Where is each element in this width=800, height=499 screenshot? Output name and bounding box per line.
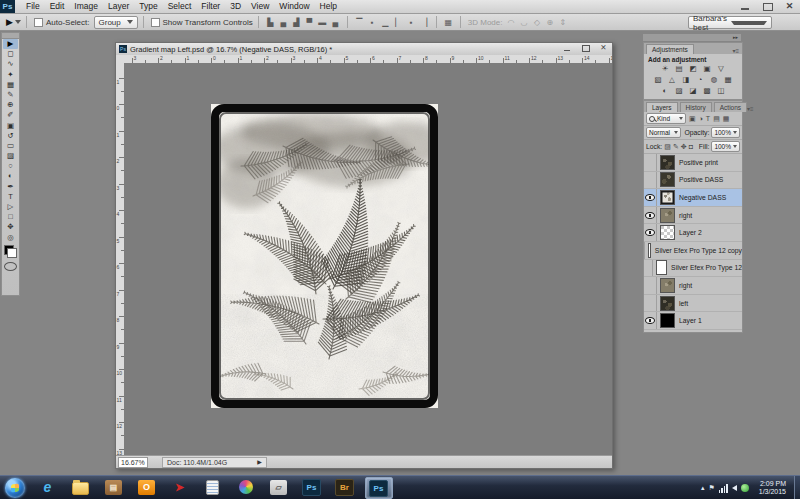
clone-stamp-tool[interactable]: ▣ — [3, 121, 18, 131]
tray-expand-icon[interactable]: ▴ — [701, 484, 705, 492]
taskbar-quicktime-arrow-app[interactable]: ➤ — [167, 477, 193, 497]
visibility-toggle[interactable] — [644, 224, 657, 241]
taskbar-office-app[interactable]: ▱ — [266, 477, 292, 497]
layer-thumbnail[interactable] — [660, 172, 675, 187]
vibrance-icon[interactable]: ▽ — [717, 64, 726, 73]
menu-file[interactable]: File — [21, 0, 45, 13]
move-tool-icon[interactable]: ▶ — [6, 17, 13, 27]
selective-color-icon[interactable]: ◫ — [717, 86, 726, 95]
layer-thumbnail[interactable] — [648, 243, 650, 258]
lock-all-icon[interactable]: ◘ — [689, 143, 693, 151]
threshold-icon[interactable]: ◪ — [689, 86, 698, 95]
layer-row[interactable]: Positive print — [644, 154, 742, 172]
canvas-area[interactable] — [124, 63, 612, 456]
type-tool[interactable]: T — [3, 192, 18, 202]
visibility-toggle[interactable] — [644, 207, 657, 224]
taskbar-internet-explorer[interactable]: e — [35, 477, 61, 497]
blur-tool[interactable]: ○ — [3, 161, 18, 171]
start-button[interactable] — [5, 478, 25, 498]
align-top-edges-icon[interactable]: ▀ — [305, 18, 314, 27]
3d-slide-icon[interactable]: ⊕ — [545, 18, 554, 27]
dodge-tool[interactable]: ◐ — [3, 171, 18, 181]
taskbar-color-wheel-app[interactable] — [233, 477, 259, 497]
panel-menu-icon[interactable]: ▾≡ — [732, 47, 742, 54]
posterize-icon[interactable]: ▨ — [675, 86, 684, 95]
menu-image[interactable]: Image — [69, 0, 103, 13]
align-right-edges-icon[interactable]: ▟ — [292, 18, 301, 27]
filter-pixel-layers-icon[interactable]: ▣ — [689, 115, 696, 123]
dock-collapse-bar[interactable]: ▸▸ — [643, 34, 741, 41]
layer-thumbnail[interactable] — [660, 313, 675, 328]
lock-position-icon[interactable]: ✥ — [681, 143, 687, 151]
black-white-icon[interactable]: ◨ — [682, 75, 691, 84]
layer-row[interactable]: Silver Efex Pro Type 12 copy — [644, 242, 742, 260]
group-select[interactable]: Group — [94, 16, 138, 29]
healing-brush-tool[interactable]: ⊕ — [3, 100, 18, 110]
filter-smart-objects-icon[interactable]: ▦ — [723, 115, 730, 123]
align-bottom-edges-icon[interactable]: ▄ — [331, 18, 340, 27]
filter-shape-layers-icon[interactable]: ▤ — [713, 115, 720, 123]
menu-select[interactable]: Select — [163, 0, 197, 13]
taskbar-photoshop[interactable]: Ps — [299, 477, 325, 497]
distribute-bottom-icon[interactable]: ▁ — [381, 18, 390, 27]
quick-mask-icon[interactable] — [4, 262, 17, 271]
taskbar-bridge[interactable]: Br — [332, 477, 358, 497]
rectangle-tool[interactable]: □ — [3, 212, 18, 222]
rectangular-marquee-tool[interactable]: ◻ — [3, 49, 18, 59]
taskbar-windows-explorer[interactable] — [68, 477, 94, 497]
network-icon[interactable] — [719, 484, 728, 493]
pen-tool[interactable]: ✒ — [3, 182, 18, 192]
visibility-toggle[interactable] — [644, 172, 657, 189]
layer-thumbnail[interactable] — [660, 278, 675, 293]
invert-icon[interactable]: ◐ — [661, 86, 670, 95]
lock-transparency-icon[interactable]: ▨ — [664, 143, 671, 151]
menu-filter[interactable]: Filter — [196, 0, 225, 13]
gradient-tool[interactable]: ▨ — [3, 151, 18, 161]
background-color-swatch[interactable] — [7, 248, 17, 258]
layer-row[interactable]: Positive DASS — [644, 172, 742, 190]
brightness-contrast-icon[interactable]: ☀ — [661, 64, 670, 73]
photo-filter-icon[interactable]: ◔ — [696, 75, 705, 84]
history-brush-tool[interactable]: ↺ — [3, 131, 18, 141]
zoom-level-field[interactable]: 16.67% — [118, 457, 148, 468]
tab-history[interactable]: History — [680, 102, 712, 112]
tab-adjustments[interactable]: Adjustments — [646, 44, 694, 54]
color-lookup-icon[interactable]: ▦ — [724, 75, 733, 84]
blend-mode-select[interactable]: Normal — [646, 127, 681, 138]
taskbar-outlook[interactable]: O — [134, 477, 160, 497]
layer-row[interactable]: right — [644, 277, 742, 295]
path-selection-tool[interactable]: ▷ — [3, 202, 18, 212]
visibility-toggle[interactable] — [644, 277, 657, 294]
layer-row[interactable]: Negative DASS — [644, 189, 742, 207]
menu-3d[interactable]: 3D — [225, 0, 246, 13]
align-left-edges-icon[interactable]: ▙ — [266, 18, 275, 27]
fill-field[interactable]: 100% — [711, 141, 740, 152]
3d-roll-icon[interactable]: ◡ — [519, 18, 528, 27]
3d-drag-icon[interactable]: ◇ — [532, 18, 541, 27]
show-transform-checkbox[interactable] — [151, 18, 160, 27]
auto-select-checkbox[interactable] — [34, 18, 43, 27]
layer-row[interactable]: left — [644, 295, 742, 313]
filter-kind-select[interactable]: Kind — [646, 113, 686, 124]
align-vertical-centers-icon[interactable]: ▬ — [318, 18, 327, 27]
taskbar-notepad[interactable] — [200, 477, 226, 497]
zoom-tool[interactable]: ◎ — [3, 233, 18, 243]
lasso-tool[interactable]: ∿ — [3, 59, 18, 69]
visibility-toggle[interactable] — [644, 260, 653, 277]
fern-negative-image[interactable] — [211, 104, 438, 408]
workspace-switcher[interactable]: Barbara's best — [688, 16, 772, 29]
doc-maximize-icon[interactable] — [580, 44, 591, 52]
auto-align-layers-icon[interactable]: ▦ — [444, 18, 453, 27]
minimize-icon[interactable] — [739, 2, 752, 11]
opacity-field[interactable]: 100% — [711, 127, 740, 138]
tool-preset-arrow-icon[interactable] — [15, 20, 21, 24]
layer-thumbnail[interactable] — [660, 190, 675, 205]
layer-thumbnail[interactable] — [660, 155, 675, 170]
menu-layer[interactable]: Layer — [103, 0, 134, 13]
action-center-flag-icon[interactable]: ⚑ — [708, 484, 714, 492]
filter-type-layers-icon[interactable]: T — [706, 115, 710, 123]
3d-rotate-icon[interactable]: ◠ — [506, 18, 515, 27]
lock-pixels-icon[interactable]: ✎ — [673, 143, 679, 151]
tab-layers[interactable]: Layers — [646, 102, 678, 112]
menu-window[interactable]: Window — [274, 0, 314, 13]
